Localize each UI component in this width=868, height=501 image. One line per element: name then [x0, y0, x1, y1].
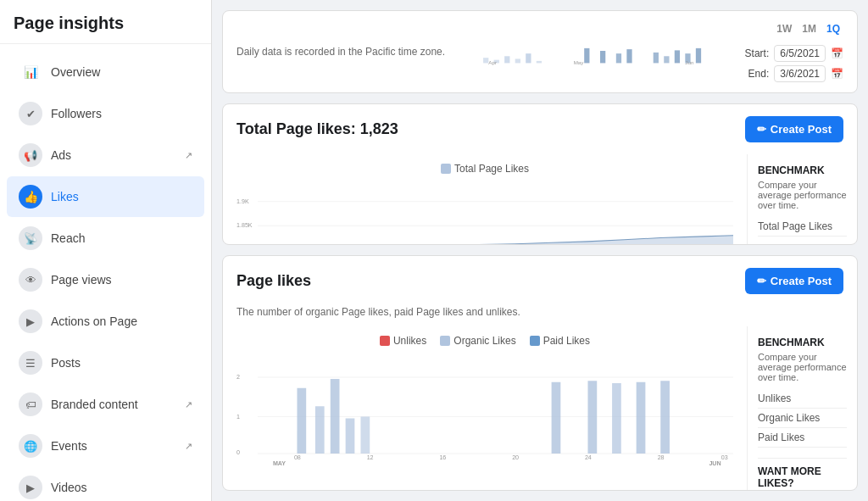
page-likes-header: Page likes ✏ Create Post	[223, 256, 857, 306]
page-likes-title: Page likes	[236, 272, 311, 290]
legend-item-paid: Paid Likes	[530, 335, 590, 347]
svg-marker-5	[537, 60, 542, 63]
sidebar-item-posts[interactable]: ☰ Posts	[7, 342, 204, 383]
sidebar: Page insights 📊 Overview ✔ Followers 📢 A…	[0, 0, 212, 501]
posts-icon: ☰	[19, 351, 42, 375]
svg-marker-52	[587, 381, 597, 454]
page-likes-benchmark: BENCHMARK Compare your average performan…	[747, 326, 857, 492]
benchmark-item-paid: Paid Likes	[758, 428, 847, 448]
want-more-title: WANT MORE LIKES?	[758, 465, 847, 489]
total-likes-benchmark: BENCHMARK Compare your average performan…	[747, 154, 857, 245]
legend-label-total: Total Page Likes	[454, 163, 529, 175]
start-label: Start:	[745, 47, 770, 59]
svg-marker-14	[696, 47, 701, 63]
edit-icon-2: ✏	[757, 275, 766, 287]
time-1m-button[interactable]: 1M	[798, 21, 820, 36]
sidebar-item-events[interactable]: 🌐 Events ↗	[7, 426, 204, 466]
benchmark-item-total: Total Page Likes	[758, 217, 847, 237]
sidebar-nav: 📊 Overview ✔ Followers 📢 Ads ↗ 👍 Likes 📡…	[0, 44, 211, 501]
end-label: End:	[748, 68, 770, 80]
total-likes-chart-area: Total Page Likes 1.9K 1.85K 1.8K	[223, 154, 857, 245]
svg-marker-54	[637, 381, 646, 453]
followers-icon: ✔	[19, 102, 42, 125]
page-title: Page insights	[0, 0, 211, 44]
page-views-icon: 👁	[19, 268, 42, 292]
sidebar-item-ads[interactable]: 📢 Ads ↗	[7, 135, 204, 175]
svg-text:12: 12	[367, 454, 374, 461]
create-post-button-1[interactable]: ✏ Create Post	[745, 116, 843, 142]
svg-marker-48	[331, 379, 340, 454]
date-controls: 1W 1M 1Q Start: 6/5/2021 📅 End: 3/6/2021…	[745, 21, 843, 82]
svg-marker-51	[552, 381, 561, 453]
svg-text:2: 2	[236, 374, 240, 381]
sidebar-item-branded[interactable]: 🏷 Branded content ↗	[7, 384, 204, 425]
svg-marker-11	[664, 56, 669, 63]
legend-color-total	[441, 164, 451, 174]
legend-item-organic: Organic Likes	[440, 335, 515, 347]
main-content: Daily data is recorded in the Pacific ti…	[212, 0, 868, 501]
want-more-section: WANT MORE LIKES? Create an ad to get mor…	[758, 458, 847, 492]
external-link-icon: ↗	[185, 150, 192, 161]
page-likes-card: Page likes ✏ Create Post The number of o…	[222, 255, 858, 492]
svg-marker-8	[616, 53, 621, 63]
sidebar-item-overview[interactable]: 📊 Overview	[7, 52, 204, 92]
time-1q-button[interactable]: 1Q	[823, 21, 843, 36]
mini-chart-svg: Apr May Jun	[462, 30, 727, 72]
page-likes-svg: 2 1 0	[236, 352, 733, 479]
benchmark-item-unlikes: Unlikes	[758, 389, 847, 409]
svg-text:Jun: Jun	[685, 58, 694, 64]
svg-marker-3	[515, 58, 520, 63]
total-likes-legend: Total Page Likes	[236, 163, 733, 175]
likes-icon: 👍	[19, 185, 42, 209]
legend-color-unlikes	[380, 336, 390, 346]
calendar-icon[interactable]: 📅	[831, 47, 843, 59]
page-likes-chart-area: Unlikes Organic Likes Paid Likes 2 1	[223, 326, 857, 492]
sidebar-item-label: Reach	[51, 231, 85, 245]
end-date-row: End: 3/6/2021 📅	[748, 65, 843, 82]
sidebar-item-videos[interactable]: ▶ Videos	[7, 467, 204, 501]
svg-marker-12	[675, 50, 680, 63]
calendar-icon[interactable]: 📅	[831, 68, 843, 80]
top-bar: Daily data is recorded in the Pacific ti…	[222, 10, 858, 93]
actions-icon: ▶	[19, 309, 42, 333]
legend-label-unlikes: Unlikes	[393, 335, 426, 347]
reach-icon: 📡	[19, 226, 42, 250]
events-icon: 🌐	[19, 434, 42, 458]
svg-marker-49	[346, 418, 355, 453]
sidebar-item-likes[interactable]: 👍 Likes	[7, 176, 204, 217]
sidebar-item-reach[interactable]: 📡 Reach	[7, 218, 204, 259]
svg-marker-4	[526, 53, 531, 63]
sidebar-item-actions[interactable]: ▶ Actions on Page	[7, 301, 204, 342]
svg-text:1.85K: 1.85K	[236, 222, 253, 229]
end-date-input[interactable]: 3/6/2021	[774, 65, 826, 82]
svg-text:1: 1	[236, 413, 240, 420]
svg-text:MAY: MAY	[273, 460, 286, 467]
svg-marker-50	[361, 416, 370, 454]
legend-color-paid	[530, 336, 540, 346]
start-date-row: Start: 6/5/2021 📅	[745, 45, 843, 62]
svg-text:28: 28	[658, 454, 665, 461]
legend-label-organic: Organic Likes	[453, 335, 515, 347]
external-link-icon: ↗	[185, 441, 192, 452]
time-range-selector: 1W 1M 1Q	[773, 21, 843, 36]
sidebar-item-label: Overview	[51, 65, 100, 79]
page-likes-chart: Unlikes Organic Likes Paid Likes 2 1	[223, 326, 747, 492]
start-date-input[interactable]: 6/5/2021	[774, 45, 826, 62]
sidebar-item-page-views[interactable]: 👁 Page views	[7, 259, 204, 300]
svg-marker-10	[654, 52, 659, 63]
svg-text:Apr: Apr	[488, 58, 497, 64]
legend-item-unlikes: Unlikes	[380, 335, 426, 347]
svg-marker-47	[315, 406, 325, 454]
svg-marker-7	[600, 51, 605, 63]
total-likes-chart: Total Page Likes 1.9K 1.85K 1.8K	[223, 154, 747, 245]
total-likes-header: Total Page likes: 1,823 ✏ Create Post	[223, 104, 857, 154]
total-likes-card: Total Page likes: 1,823 ✏ Create Post To…	[222, 103, 858, 245]
svg-text:20: 20	[512, 454, 519, 461]
create-post-button-2[interactable]: ✏ Create Post	[745, 268, 843, 294]
sidebar-item-label: Followers	[51, 107, 102, 120]
svg-text:24: 24	[585, 454, 592, 461]
total-likes-svg: 1.9K 1.85K 1.8K 08 10 12 14 16 1	[236, 180, 733, 245]
sidebar-item-label: Posts	[51, 356, 81, 370]
time-1w-button[interactable]: 1W	[773, 21, 795, 36]
sidebar-item-followers[interactable]: ✔ Followers	[7, 93, 204, 134]
